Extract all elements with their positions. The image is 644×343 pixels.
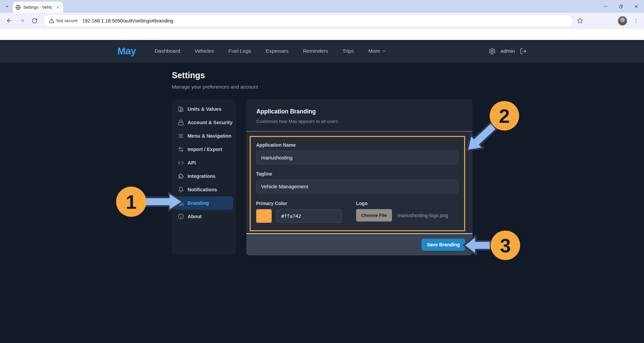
sidebar-item-label: API xyxy=(188,160,196,165)
sidebar-item-notifications[interactable]: Notifications xyxy=(175,183,233,196)
sidebar-item-branding[interactable]: Branding xyxy=(175,196,233,210)
info-icon xyxy=(178,213,184,219)
more-label: More xyxy=(368,48,380,54)
sidebar-item-label: Import / Export xyxy=(188,147,222,152)
save-branding-button[interactable]: Save Branding xyxy=(422,239,465,251)
bell-icon xyxy=(178,187,184,193)
card-header: Application Branding Customize how May a… xyxy=(246,99,473,131)
refresh-button[interactable] xyxy=(29,15,40,27)
username-label[interactable]: admin xyxy=(501,48,515,54)
logo-group: Logo Choose File mariushosting-logo.png xyxy=(356,201,448,222)
sidebar-item-label: Integrations xyxy=(188,174,215,179)
sidebar-item-import-export[interactable]: Import / Export xyxy=(175,143,233,156)
browser-tab[interactable]: Settings - Vehic xyxy=(13,2,63,13)
nav-link-vehicles[interactable]: Vehicles xyxy=(195,48,214,54)
application-name-input[interactable] xyxy=(256,151,458,164)
settings-page: Settings Manage your preferences and acc… xyxy=(0,62,644,343)
nav-link-trips[interactable]: Trips xyxy=(343,48,354,54)
puzzle-icon xyxy=(178,173,184,179)
globe-favicon-icon xyxy=(15,5,21,10)
chevron-down-icon xyxy=(382,49,386,53)
card-footer: Save Branding xyxy=(246,233,473,255)
sidebar-item-label: Notifications xyxy=(188,187,217,192)
menu-icon xyxy=(178,133,184,139)
choose-file-button[interactable]: Choose File xyxy=(356,209,392,222)
minimize-button[interactable] xyxy=(598,0,613,13)
tab-close-icon[interactable] xyxy=(55,5,60,10)
app-logo[interactable]: May xyxy=(117,46,136,57)
sidebar-item-label: Menu & Navigation xyxy=(188,133,232,139)
window-controls xyxy=(598,0,644,13)
sidebar-item-units-values[interactable]: Units & Values xyxy=(175,102,233,116)
primary-color-group: Primary Color xyxy=(256,201,342,223)
code-icon xyxy=(178,160,184,166)
sidebar-item-label: About xyxy=(188,214,202,219)
tab-search-button[interactable] xyxy=(3,2,11,11)
sidebar-item-about[interactable]: About xyxy=(175,210,233,223)
logout-icon[interactable] xyxy=(520,48,527,55)
settings-gear-icon[interactable] xyxy=(489,48,496,55)
application-branding-card: Application Branding Customize how May a… xyxy=(246,99,473,255)
application-name-label: Application Name xyxy=(256,142,458,148)
nav-link-fuel-logs[interactable]: Fuel Logs xyxy=(228,48,251,54)
card-title: Application Branding xyxy=(256,108,462,115)
not-secure-warning-icon xyxy=(49,18,54,23)
swatch-icon xyxy=(178,106,184,112)
application-name-group: Application Name xyxy=(256,142,458,164)
lock-icon xyxy=(178,119,184,126)
page-viewport: May Dashboard Vehicles Fuel Logs Expense… xyxy=(0,29,644,343)
top-white-gap xyxy=(0,29,644,40)
sidebar-item-menu-navigation[interactable]: Menu & Navigation xyxy=(175,129,233,143)
app-navbar: May Dashboard Vehicles Fuel Logs Expense… xyxy=(0,40,644,62)
arrows-left-right-icon xyxy=(178,146,184,152)
primary-color-hex-input[interactable] xyxy=(276,209,342,223)
close-button[interactable] xyxy=(629,0,644,13)
swatch-icon xyxy=(178,200,184,206)
browser-toolbar: Not secure 192.168.1.18:5050/auth/settin… xyxy=(0,13,644,29)
bookmark-star-icon[interactable] xyxy=(574,15,586,27)
logo-filename: mariushosting-logo.png xyxy=(398,213,448,218)
sidebar-item-api[interactable]: API xyxy=(175,156,233,169)
address-bar[interactable]: Not secure 192.168.1.18:5050/auth/settin… xyxy=(44,15,572,27)
card-divider xyxy=(246,131,473,132)
not-secure-label[interactable]: Not secure xyxy=(56,18,78,23)
tagline-input[interactable] xyxy=(256,180,458,193)
sidebar-item-label: Account & Security xyxy=(188,120,233,125)
settings-sidebar: Units & Values Account & Security Menu &… xyxy=(172,99,236,255)
browser-titlebar: Settings - Vehic xyxy=(0,0,644,13)
nav-links: Dashboard Vehicles Fuel Logs Expenses Re… xyxy=(155,48,386,54)
chevron-down-icon xyxy=(5,4,9,9)
tagline-group: Tagline xyxy=(256,171,458,193)
profile-avatar[interactable] xyxy=(618,16,627,26)
sidebar-item-account-security[interactable]: Account & Security xyxy=(175,116,233,129)
card-subtitle: Customize how May appears to all users xyxy=(256,119,462,124)
tagline-label: Tagline xyxy=(256,171,458,177)
nav-link-more[interactable]: More xyxy=(368,48,386,54)
sidebar-item-label: Units & Values xyxy=(188,106,221,112)
page-subtitle: Manage your preferences and account xyxy=(172,84,473,90)
url-text[interactable]: 192.168.1.18:5050/auth/settings#branding xyxy=(82,18,174,23)
highlight-box: Application Name Tagline Primary Color xyxy=(250,136,465,231)
nav-right-group: admin xyxy=(489,48,527,55)
tab-title: Settings - Vehic xyxy=(23,5,53,10)
sidebar-item-label: Branding xyxy=(188,200,209,206)
nav-link-expenses[interactable]: Expenses xyxy=(266,48,289,54)
page-title: Settings xyxy=(172,70,473,80)
browser-window: Settings - Vehic xyxy=(0,0,644,343)
forward-button[interactable] xyxy=(16,15,28,27)
sidebar-item-integrations[interactable]: Integrations xyxy=(175,169,233,183)
nav-link-dashboard[interactable]: Dashboard xyxy=(155,48,180,54)
logo-label: Logo xyxy=(356,201,448,206)
primary-color-label: Primary Color xyxy=(256,201,342,206)
color-swatch[interactable] xyxy=(256,209,272,223)
restore-button[interactable] xyxy=(613,0,629,13)
browser-menu-icon[interactable] xyxy=(631,16,641,26)
nav-link-reminders[interactable]: Reminders xyxy=(303,48,328,54)
back-button[interactable] xyxy=(3,15,15,27)
